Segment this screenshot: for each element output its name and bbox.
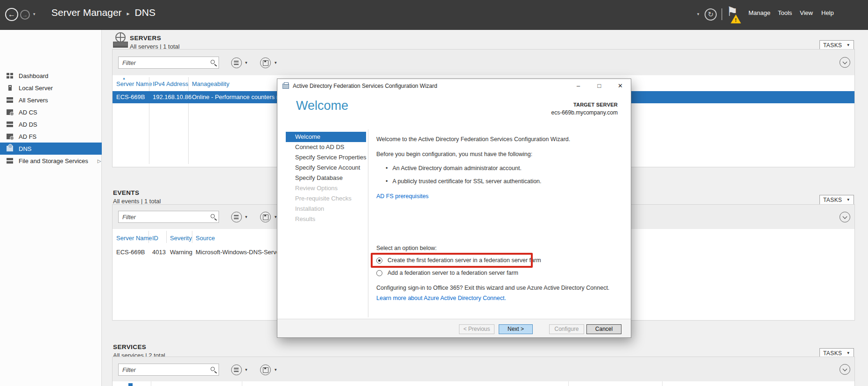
- services-tile-title: SERVICES: [113, 343, 146, 350]
- breadcrumb-root[interactable]: Server Manager: [51, 7, 122, 18]
- column-header-id[interactable]: ID: [152, 235, 158, 242]
- events-filter-input[interactable]: [119, 211, 219, 222]
- servers-filter-input[interactable]: [119, 57, 219, 68]
- notifications-caret-icon[interactable]: ▾: [697, 12, 699, 16]
- requirements-heading: Before you begin configuration, you must…: [376, 150, 532, 158]
- wizard-app-icon: [282, 84, 289, 89]
- service-status-icon: [128, 383, 133, 386]
- save-query-caret-icon[interactable]: ▾: [275, 214, 277, 219]
- step-connect-to-ad-ds[interactable]: Connect to AD DS: [286, 142, 366, 152]
- menu-view[interactable]: View: [800, 9, 813, 16]
- events-tasks-button[interactable]: TASKS ▼: [819, 195, 854, 205]
- cell-ipv4: 192.168.10.86: [153, 91, 191, 103]
- all-servers-icon: [7, 97, 13, 103]
- cell-manageability: Online - Performance counters not: [192, 91, 285, 103]
- step-installation: Installation: [286, 204, 366, 214]
- sidebar-item-ad-fs[interactable]: AD FS: [0, 130, 102, 143]
- column-header-source[interactable]: Source: [196, 235, 215, 242]
- ad-fs-icon: [7, 134, 13, 139]
- save-query-icon[interactable]: [260, 57, 271, 68]
- step-specify-service-account[interactable]: Specify Service Account: [286, 163, 366, 173]
- dashboard-icon: [7, 73, 13, 79]
- search-icon: [211, 214, 215, 218]
- step-specify-database[interactable]: Specify Database: [286, 173, 366, 183]
- servers-tasks-button[interactable]: TASKS ▼: [819, 40, 854, 50]
- query-list-icon[interactable]: [231, 57, 242, 68]
- configure-button[interactable]: Configure: [549, 324, 584, 334]
- minimize-button[interactable]: –: [568, 79, 589, 93]
- query-list-caret-icon[interactable]: ▾: [245, 60, 247, 65]
- maximize-button[interactable]: □: [589, 79, 610, 93]
- breadcrumb: Server Manager ▸ DNS: [51, 7, 155, 18]
- expand-chevron-icon[interactable]: ▷: [98, 158, 101, 164]
- bullet-icon: •: [386, 165, 388, 172]
- collapse-tile-icon[interactable]: [840, 57, 850, 68]
- back-arrow-icon: ←: [8, 10, 15, 19]
- cell-source: Microsoft-Windows-DNS-Server-: [196, 246, 284, 259]
- tasks-caret-icon: ▼: [847, 198, 850, 202]
- collapse-tile-icon[interactable]: [840, 364, 850, 375]
- column-header-server-name[interactable]: Server Name: [116, 235, 152, 242]
- menu-tools[interactable]: Tools: [778, 9, 792, 16]
- target-server-label: TARGET SERVER: [551, 102, 618, 107]
- warning-exclamation-icon: !: [735, 17, 737, 23]
- sidebar-item-ad-cs[interactable]: AD CS: [0, 106, 102, 118]
- save-query-caret-icon[interactable]: ▾: [275, 60, 277, 65]
- sidebar-item-all-servers[interactable]: All Servers: [0, 94, 102, 106]
- dialog-footer: < Previous Next > Configure Cancel: [277, 319, 631, 337]
- breadcrumb-current[interactable]: DNS: [135, 7, 155, 18]
- step-specify-service-properties[interactable]: Specify Service Properties: [286, 152, 366, 163]
- cell-id: 4013: [152, 246, 166, 259]
- column-header-severity[interactable]: Severity: [170, 235, 192, 242]
- option-add-federation-server[interactable]: Add a federation server to a federation …: [376, 269, 518, 277]
- target-server-name: ecs-669b.mycompany.com: [551, 109, 618, 116]
- column-header-manageability[interactable]: Manageability: [192, 80, 229, 87]
- search-icon: [211, 367, 215, 371]
- save-query-caret-icon[interactable]: ▾: [275, 367, 277, 372]
- query-list-caret-icon[interactable]: ▾: [245, 214, 247, 219]
- next-button[interactable]: Next >: [499, 324, 533, 334]
- menu-manage[interactable]: Manage: [748, 9, 770, 16]
- back-button[interactable]: ←: [5, 8, 18, 21]
- collapse-tile-icon[interactable]: [840, 212, 850, 222]
- cancel-button[interactable]: Cancel: [586, 324, 621, 334]
- titlebar: ← → ▾ Server Manager ▸ DNS ▾ ↻ ⚑ ! Manag…: [0, 0, 868, 30]
- refresh-icon[interactable]: ↻: [705, 8, 717, 21]
- services-filter-input[interactable]: [119, 364, 219, 375]
- sidebar-item-dns[interactable]: DNS: [0, 143, 102, 155]
- bullet-icon: •: [386, 178, 388, 185]
- radio-unselected-icon[interactable]: [376, 270, 382, 276]
- sidebar-item-ad-ds[interactable]: AD DS: [0, 118, 102, 130]
- step-prerequisite-checks: Pre-requisite Checks: [286, 193, 366, 204]
- sidebar-item-local-server[interactable]: Local Server: [0, 82, 102, 94]
- sidebar-item-file-storage-services[interactable]: File and Storage Services ▷: [0, 155, 102, 167]
- adfs-prerequisites-link[interactable]: AD FS prerequisites: [376, 193, 429, 200]
- radio-selected-icon[interactable]: [376, 257, 382, 264]
- sidebar-item-dashboard[interactable]: Dashboard: [0, 70, 102, 82]
- column-header-ipv4[interactable]: IPv4 Address: [153, 80, 189, 87]
- events-tile-subtitle: All events | 1 total: [113, 198, 161, 205]
- step-welcome[interactable]: Welcome: [286, 132, 366, 142]
- azure-ad-connect-link[interactable]: Learn more about Azure Active Directory …: [376, 294, 506, 302]
- wizard-steps: Welcome Connect to AD DS Specify Service…: [286, 132, 366, 224]
- target-server-block: TARGET SERVER ecs-669b.mycompany.com: [551, 102, 618, 116]
- save-query-icon[interactable]: [260, 212, 271, 222]
- ad-ds-icon: [7, 122, 13, 127]
- query-list-caret-icon[interactable]: ▾: [245, 367, 247, 372]
- events-filter: [118, 211, 219, 223]
- option-create-first-federation-server[interactable]: Create the first federation server in a …: [376, 257, 541, 264]
- save-query-icon[interactable]: [260, 365, 271, 375]
- column-header-server-name[interactable]: Server Name: [116, 80, 152, 87]
- query-list-icon[interactable]: [231, 365, 242, 375]
- sort-ascending-icon: ▲: [122, 77, 126, 80]
- previous-button[interactable]: < Previous: [459, 324, 494, 334]
- menu-help[interactable]: Help: [821, 9, 834, 16]
- forward-button[interactable]: →: [20, 10, 30, 20]
- query-list-icon[interactable]: [231, 212, 242, 222]
- services-tile: ▾ ▾: [112, 357, 855, 386]
- events-tile-title: EVENTS: [113, 189, 139, 196]
- dialog-titlebar[interactable]: Active Directory Federation Services Con…: [277, 79, 631, 93]
- nav-history-caret-icon[interactable]: ▾: [33, 12, 35, 16]
- services-tile-header: SERVICES All services | 2 total: [112, 340, 392, 359]
- close-button[interactable]: ✕: [610, 79, 631, 93]
